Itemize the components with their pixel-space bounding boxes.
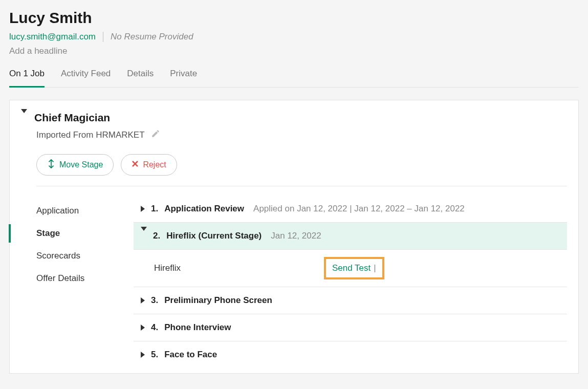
stage-preliminary-phone-screen[interactable]: 3. Preliminary Phone Screen [134, 287, 567, 314]
tab-on-job[interactable]: On 1 Job [9, 69, 45, 88]
stages-list: 1. Application Review Applied on Jan 12,… [134, 186, 567, 368]
pencil-icon[interactable] [151, 129, 160, 141]
divider [103, 32, 103, 42]
candidate-email-link[interactable]: lucy.smith@gmail.com [9, 32, 96, 42]
sidenav-application[interactable]: Application [36, 200, 134, 222]
caret-down-icon[interactable] [21, 113, 27, 122]
stage-phone-interview[interactable]: 4. Phone Interview [134, 314, 567, 341]
stage-hireflix-subrow: Hireflix Send Test | [134, 250, 567, 287]
stage-name: Phone Interview [164, 322, 231, 333]
stage-name: Application Review [164, 204, 244, 214]
caret-right-icon [141, 206, 145, 212]
sidenav-stage[interactable]: Stage [36, 222, 134, 245]
stage-name: Hireflix (Current Stage) [166, 231, 262, 241]
pipe-separator: | [374, 263, 376, 273]
stage-meta: Jan 12, 2022 [271, 231, 321, 241]
job-card: Chief Magician Imported From HRMARKET Mo… [9, 100, 579, 374]
no-resume-text: No Resume Provided [111, 32, 193, 42]
stage-number: 2. [153, 231, 160, 241]
send-test-link[interactable]: Send Test [332, 263, 371, 273]
stage-number: 4. [151, 322, 158, 333]
stage-hireflix-current[interactable]: 2. Hireflix (Current Stage) Jan 12, 2022 [134, 223, 567, 250]
tab-activity-feed[interactable]: Activity Feed [61, 69, 111, 87]
caret-right-icon [141, 325, 145, 331]
stage-number: 5. [151, 350, 158, 360]
caret-down-icon [141, 231, 147, 241]
stage-name: Preliminary Phone Screen [164, 295, 272, 306]
job-title: Chief Magician [34, 112, 110, 124]
hireflix-label: Hireflix [154, 263, 181, 273]
caret-right-icon [141, 352, 145, 358]
sidenav-offer-details[interactable]: Offer Details [36, 267, 134, 290]
reject-icon [132, 160, 139, 169]
reject-label: Reject [143, 160, 166, 169]
candidate-meta-row: lucy.smith@gmail.com No Resume Provided [9, 32, 579, 42]
main-tabs: On 1 Job Activity Feed Details Private [9, 69, 579, 88]
reject-button[interactable]: Reject [121, 154, 177, 176]
stage-application-review[interactable]: 1. Application Review Applied on Jan 12,… [134, 196, 567, 223]
move-stage-icon [47, 159, 55, 170]
add-headline-link[interactable]: Add a headline [9, 46, 579, 56]
sidenav-scorecards[interactable]: Scorecards [36, 245, 134, 267]
caret-right-icon [141, 297, 145, 304]
job-body: Application Stage Scorecards Offer Detai… [36, 186, 567, 368]
move-stage-label: Move Stage [59, 160, 103, 169]
tab-details[interactable]: Details [127, 69, 154, 87]
side-nav: Application Stage Scorecards Offer Detai… [36, 186, 134, 368]
stage-name: Face to Face [164, 350, 217, 360]
stage-meta: Applied on Jan 12, 2022 | Jan 12, 2022 –… [253, 204, 465, 214]
imported-row: Imported From HRMARKET [36, 129, 567, 141]
stage-number: 1. [151, 204, 158, 214]
move-stage-button[interactable]: Move Stage [36, 154, 114, 176]
tab-private[interactable]: Private [170, 69, 197, 87]
action-row: Move Stage Reject [36, 154, 567, 176]
imported-from-text: Imported From HRMARKET [36, 130, 145, 140]
job-header: Chief Magician [21, 112, 567, 124]
stage-number: 3. [151, 295, 158, 306]
stage-face-to-face[interactable]: 5. Face to Face [134, 341, 567, 368]
send-test-highlight: Send Test | [324, 257, 384, 279]
candidate-name: Lucy Smith [9, 9, 579, 27]
